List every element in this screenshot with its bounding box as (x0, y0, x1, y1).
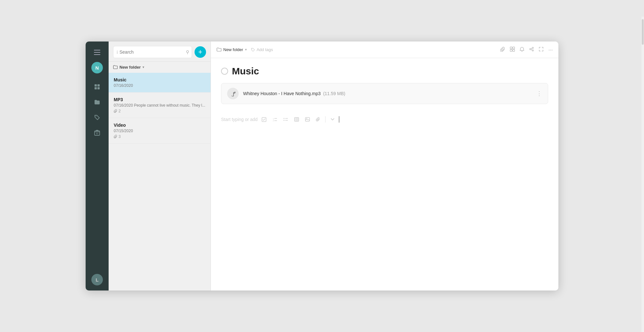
note-item-mp3[interactable]: MP3 07/16/2020 People cannot live withou… (109, 93, 211, 118)
svg-rect-11 (513, 47, 515, 49)
attachment-icon[interactable] (500, 47, 505, 53)
breadcrumb-chevron-icon: ▾ (245, 48, 247, 52)
note-meta: 07/16/2020 People cannot live without mu… (114, 103, 205, 108)
toolbar-image-button[interactable] (303, 115, 312, 124)
folder-icon (113, 65, 118, 69)
bell-icon[interactable] (519, 47, 525, 53)
search-icon: ⚲ (186, 49, 189, 55)
search-box[interactable]: ⫶ ⚲ (113, 46, 192, 58)
svg-rect-28 (295, 117, 299, 121)
note-item-video[interactable]: Video 07/15/2020 3 (109, 118, 211, 144)
note-attachments: 3 (114, 134, 205, 139)
svg-point-14 (532, 47, 533, 49)
main-body: Music Whitney Houston - I Have Nothing.m… (211, 58, 558, 290)
toolbar-attachment-button[interactable] (314, 115, 323, 124)
svg-line-18 (531, 49, 532, 50)
breadcrumb-folder-name[interactable]: New folder (223, 47, 243, 52)
toolbar-more-button[interactable] (328, 115, 337, 124)
svg-rect-3 (97, 87, 100, 89)
main-content: New folder ▾ Add tags (211, 42, 558, 290)
attachment-block: Whitney Houston - I Have Nothing.mp3 (11… (221, 83, 548, 104)
note-date: 07/15/2020 (114, 129, 205, 133)
note-attachments: 2 (114, 109, 205, 113)
toolbar-unordered-list-button[interactable] (281, 115, 290, 124)
sidebar-header: ⫶ ⚲ + (109, 42, 211, 62)
toolbar-checkbox-button[interactable] (259, 115, 268, 124)
svg-point-15 (530, 49, 531, 50)
svg-rect-10 (510, 47, 512, 49)
text-cursor (339, 116, 339, 123)
editor-placeholder[interactable]: Start typing or add (221, 117, 257, 122)
add-tags-button[interactable]: Add tags (251, 47, 273, 52)
attachment-more-button[interactable]: ⋮ (536, 90, 542, 97)
toolbar-separator (325, 116, 326, 123)
svg-point-9 (252, 49, 252, 49)
more-options-icon[interactable]: ··· (548, 46, 553, 53)
svg-rect-2 (95, 87, 97, 89)
nav-icon-tag[interactable] (90, 110, 104, 124)
attachment-filename: Whitney Houston - I Have Nothing.mp3 (11… (243, 91, 345, 96)
editor-toolbar: Start typing or add 1. 2. (221, 112, 548, 127)
svg-line-17 (531, 48, 532, 49)
svg-rect-0 (95, 84, 97, 87)
svg-point-4 (96, 116, 96, 117)
toolbar-table-button[interactable] (292, 115, 301, 124)
note-list: Music 07/16/2020 MP3 07/16/2020 People c… (109, 73, 211, 290)
note-title: MP3 (114, 97, 205, 102)
svg-point-16 (532, 50, 533, 51)
nav-icon-folder[interactable] (90, 95, 104, 109)
breadcrumb-folder-icon (217, 48, 221, 52)
nav-icon-grid[interactable] (90, 80, 104, 94)
sidebar-folder-bar: New folder ▾ (109, 62, 211, 73)
topbar-actions: ··· (500, 46, 553, 53)
filter-icon: ⫶ (116, 49, 118, 55)
note-item-music[interactable]: Music 07/16/2020 (109, 73, 211, 93)
nav-icon-trash[interactable] (90, 126, 104, 140)
folder-chevron-icon: ▾ (142, 65, 144, 69)
note-date: 07/16/2020 (114, 83, 205, 88)
note-title: Music (114, 77, 205, 82)
svg-point-24 (283, 118, 284, 119)
sidebar: ⫶ ⚲ + New folder ▾ Music 07/16/2020 MP3 … (109, 42, 211, 290)
share-icon[interactable] (529, 47, 534, 53)
svg-rect-12 (510, 49, 512, 51)
note-heading[interactable]: Music (232, 66, 259, 77)
folder-name-label: New folder (119, 65, 141, 70)
nav-rail: N (86, 42, 109, 290)
note-title: Video (114, 123, 205, 128)
svg-text:2.: 2. (273, 120, 274, 122)
toolbar-ordered-list-button[interactable]: 1. 2. (270, 115, 279, 124)
search-input[interactable] (119, 49, 186, 55)
user-avatar-l[interactable]: L (91, 274, 103, 285)
svg-rect-1 (97, 84, 100, 87)
grid-view-icon[interactable] (510, 47, 515, 53)
main-topbar: New folder ▾ Add tags (211, 42, 558, 58)
user-avatar-n[interactable]: N (91, 62, 103, 73)
svg-point-26 (283, 120, 284, 121)
note-status-circle (221, 68, 228, 75)
svg-rect-13 (513, 49, 515, 51)
expand-icon[interactable] (539, 47, 544, 53)
music-file-icon (227, 88, 239, 99)
breadcrumb: New folder ▾ (217, 47, 247, 52)
hamburger-menu-button[interactable] (91, 47, 103, 58)
add-note-button[interactable]: + (195, 46, 206, 58)
svg-rect-33 (305, 117, 310, 121)
